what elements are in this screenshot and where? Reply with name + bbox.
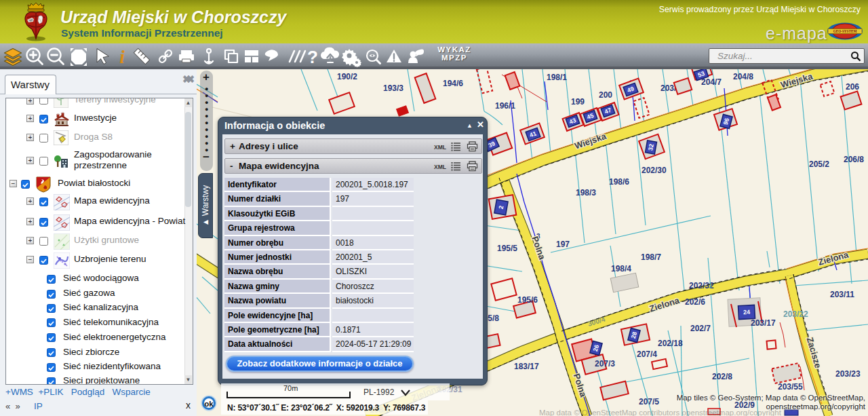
svg-text:203/55: 203/55 [778,382,803,392]
svg-text:207/4: 207/4 [637,349,657,359]
svg-text:198/3: 198/3 [576,188,596,197]
svg-text:195/5: 195/5 [497,244,517,253]
svg-text:190/2: 190/2 [337,72,357,81]
svg-text:203/17: 203/17 [751,318,776,328]
svg-text:207/3: 207/3 [595,359,615,368]
svg-text:204/8: 204/8 [733,72,753,81]
svg-text:32: 32 [647,143,655,151]
svg-text:198/6: 198/6 [609,177,629,187]
svg-text:197: 197 [556,240,570,249]
svg-text:198/1: 198/1 [547,73,567,82]
svg-text:202/8: 202/8 [712,372,732,381]
svg-text:24: 24 [743,309,751,316]
svg-text:i: i [119,47,125,67]
svg-text:200: 200 [599,90,612,100]
svg-text:198/4: 198/4 [611,264,631,273]
svg-text:206: 206 [846,82,859,92]
svg-text:193/3: 193/3 [383,83,403,93]
svg-text:202/18: 202/18 [658,339,683,348]
svg-text:203/11: 203/11 [830,290,854,299]
svg-text:195/6: 195/6 [517,295,538,305]
svg-text:202/30: 202/30 [642,166,667,175]
svg-text:198/7: 198/7 [641,252,661,262]
svg-text:?: ? [307,47,318,67]
svg-text:199: 199 [571,97,585,107]
svg-text:203/23: 203/23 [835,369,861,379]
svg-text:194/6: 194/6 [443,79,463,88]
svg-text:203/22: 203/22 [783,309,808,319]
svg-text:202/7: 202/7 [690,324,711,333]
svg-text:GEO-SYSTEM: GEO-SYSTEM [833,29,857,33]
svg-text:196/1: 196/1 [495,101,515,111]
svg-text:202/6: 202/6 [685,297,705,307]
svg-text:204/7: 204/7 [701,77,722,87]
svg-text:205/2: 205/2 [809,159,829,169]
svg-text:206/8: 206/8 [844,155,864,164]
svg-text:183/17: 183/17 [514,362,539,371]
